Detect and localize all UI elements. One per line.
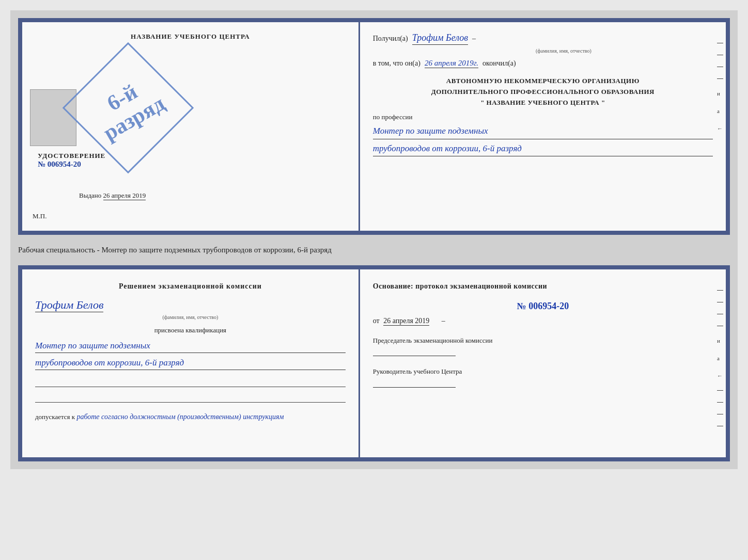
br-dash-3 <box>717 314 723 314</box>
protocol-date-value: 26 апреля 2019 <box>383 317 429 326</box>
name-small-label: (фамилия, имя, отчество) <box>414 48 713 54</box>
bottom-profession-line1: Монтер по защите подземных <box>35 339 346 353</box>
page-wrapper: НАЗВАНИЕ УЧЕБНОГО ЦЕНТРА 6-й разряд УДОС… <box>10 10 738 469</box>
prisvoena-label: присвоена квалификация <box>35 326 346 334</box>
br-dash-2 <box>717 302 723 302</box>
vydano-block: Выдано 26 апреля 2019 <box>79 191 146 200</box>
diploma-recipient-name: Трофим Белов <box>412 33 468 45</box>
dash-2 <box>717 55 723 55</box>
org-line3: " НАЗВАНИЕ УЧЕБНОГО ЦЕНТРА " <box>373 98 713 108</box>
dash-3 <box>717 67 723 67</box>
bottom-name-wrapper: Трофим Белов <box>35 298 346 313</box>
bottom-recipient-name: Трофим Белов <box>35 298 103 312</box>
okonchil: окончил(а) <box>482 59 516 68</box>
rukovoditel-title: Руководитель учебного Центра <box>373 366 713 377</box>
udostoverenie-block: УДОСТОВЕРЕНИЕ № 006954-20 <box>38 152 105 169</box>
poluchil-prefix: Получил(а) <box>373 35 408 43</box>
bottom-right: Основание: протокол экзаменационной коми… <box>360 269 726 457</box>
br-side-i: и <box>717 338 723 344</box>
separator-2 <box>35 393 346 403</box>
poluchil-dash: – <box>472 35 476 43</box>
vtom-line: в том, что он(а) 26 апреля 2019г. окончи… <box>373 59 713 68</box>
org-line2: ДОПОЛНИТЕЛЬНОГО ПРОФЕССИОНАЛЬНОГО ОБРАЗО… <box>373 87 713 98</box>
udostoverenie-title: УДОСТОВЕРЕНИЕ <box>38 152 105 160</box>
br-side-arrow: ← <box>717 373 723 379</box>
br-dash-1 <box>717 290 723 291</box>
po-professii-label: по профессии <box>373 113 713 121</box>
dopuskaetsya-prefix: допускается к <box>35 413 75 421</box>
udostoverenie-num: № 006954-20 <box>38 160 105 169</box>
br-dash-5 <box>717 390 723 391</box>
org-block: АВТОНОМНУЮ НЕКОММЕРЧЕСКУЮ ОРГАНИЗАЦИЮ ДО… <box>373 76 713 108</box>
side-letter-arrow: ← <box>717 125 723 132</box>
center-name-top: НАЗВАНИЕ УЧЕБНОГО ЦЕНТРА <box>35 33 346 41</box>
bottom-profession-line2: трубопроводов от коррозии, 6-й разряд <box>35 356 346 370</box>
protocol-date: от 26 апреля 2019 – <box>373 317 713 325</box>
diploma-profession-line1: Монтер по защите подземных <box>373 124 713 139</box>
photo-placeholder <box>30 89 76 146</box>
osnovanie-title: Основание: протокол экзаменационной коми… <box>373 282 713 291</box>
org-line1: АВТОНОМНУЮ НЕКОММЕРЧЕСКУЮ ОРГАНИЗАЦИЮ <box>373 76 713 87</box>
protocol-num: № 006954-20 <box>373 301 713 312</box>
diploma-top: НАЗВАНИЕ УЧЕБНОГО ЦЕНТРА 6-й разряд УДОС… <box>18 18 730 235</box>
bottom-right-side-dashes: и а ← <box>717 290 723 426</box>
diploma-left: НАЗВАНИЕ УЧЕБНОГО ЦЕНТРА 6-й разряд УДОС… <box>22 22 360 231</box>
predsedatel-block: Председатель экзаменационной комиссии <box>373 335 713 357</box>
vydano-label: Выдано <box>79 191 101 199</box>
right-side-dashes: и а ← <box>717 43 723 132</box>
br-dash-8 <box>717 426 723 426</box>
ot-label: от <box>373 317 380 325</box>
rukovoditel-signature-line <box>373 387 456 388</box>
vtom-prefix: в том, что он(а) <box>373 59 420 68</box>
predsedatel-title: Председатель экзаменационной комиссии <box>373 335 713 346</box>
side-letter-ya: а <box>717 108 723 114</box>
diploma-date: 26 апреля 2019г. <box>425 59 478 68</box>
br-dash-4 <box>717 326 723 326</box>
bottom-lines <box>35 378 346 403</box>
rukovoditel-block: Руководитель учебного Центра <box>373 366 713 388</box>
bottom-left: Решением экзаменационной комиссии Трофим… <box>22 269 360 457</box>
predsedatel-signature-line <box>373 356 456 356</box>
dopuskaetsya-block: допускается к работе согласно должностны… <box>35 413 346 421</box>
br-side-ya: а <box>717 355 723 361</box>
dopuskaetsya-text: работе согласно должностным (производств… <box>76 413 284 421</box>
br-dash-6 <box>717 402 723 403</box>
poluchil-line: Получил(а) Трофим Белов – <box>373 33 713 45</box>
mp-block: М.П. <box>33 212 46 220</box>
diploma-right: Получил(а) Трофим Белов – (фамилия, имя,… <box>360 22 726 231</box>
stamp-area: 6-й разряд <box>76 56 180 159</box>
dash-1 <box>717 43 723 43</box>
side-letter-i: и <box>717 90 723 97</box>
br-dash-7 <box>717 414 723 414</box>
resheniem-title: Решением экзаменационной комиссии <box>35 282 346 291</box>
diploma-profession-line2: трубопроводов от коррозии, 6-й разряд <box>373 142 713 157</box>
bottom-panels: Решением экзаменационной комиссии Трофим… <box>18 265 730 461</box>
divider-text: Рабочая специальность - Монтер по защите… <box>18 240 730 260</box>
dash-4 <box>717 78 723 79</box>
vydano-date: 26 апреля 2019 <box>103 191 146 200</box>
separator-1 <box>35 378 346 387</box>
bottom-name-small-label: (фамилия, имя, отчество) <box>35 314 346 320</box>
